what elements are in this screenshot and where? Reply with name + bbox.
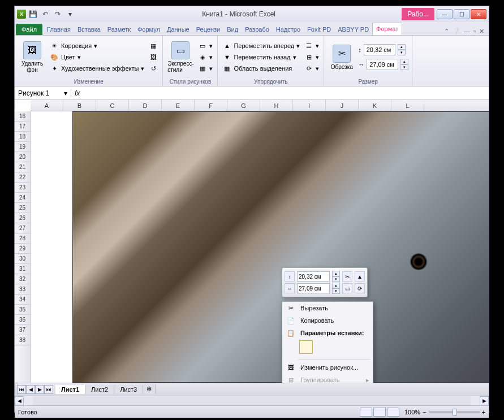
remove-background-button[interactable]: 🖼 Удалить фон	[18, 40, 46, 74]
col-header[interactable]: G	[227, 100, 260, 111]
row-header[interactable]: 26	[15, 213, 30, 223]
col-header[interactable]: E	[162, 100, 195, 111]
shape-height-input[interactable]	[364, 44, 395, 55]
window-restore-icon[interactable]: ▫	[473, 28, 476, 35]
row-header[interactable]: 16	[15, 111, 30, 122]
row-header[interactable]: 28	[15, 233, 30, 244]
tab-nav-first[interactable]: ⏮	[17, 385, 26, 394]
color-button[interactable]: 🎨Цвет ▾	[49, 52, 145, 62]
row-header[interactable]: 25	[15, 203, 30, 213]
menu-cut[interactable]: ✂Вырезать	[282, 302, 373, 314]
tab-data[interactable]: Данные	[163, 24, 193, 35]
align-button[interactable]: ☰▾	[303, 41, 320, 51]
row-header[interactable]: 35	[15, 305, 30, 315]
tab-addins[interactable]: Надстро	[273, 24, 304, 35]
tab-foxit[interactable]: Foxit PD	[304, 24, 334, 35]
tab-review[interactable]: Рецензи	[193, 24, 224, 35]
height-spinner[interactable]: ▴▾	[398, 44, 406, 55]
tab-insert[interactable]: Вставка	[74, 24, 104, 35]
tab-nav-next[interactable]: ▶	[35, 385, 44, 394]
menu-change-picture[interactable]: 🖼Изменить рисунок...	[282, 361, 373, 374]
scroll-left-icon[interactable]: ◀	[15, 396, 24, 405]
qat-dropdown-icon[interactable]: ▾	[64, 8, 76, 20]
minimize-button[interactable]: —	[437, 9, 453, 19]
picture-styles-button[interactable]: ▭ Экспресс-стили	[166, 40, 195, 74]
mini-height-input[interactable]	[297, 271, 330, 282]
crop-button[interactable]: ✂ Обрезка	[328, 44, 356, 71]
horizontal-scrollbar[interactable]: ◀ ▶	[15, 395, 489, 405]
name-box[interactable]: Рисунок 1 ▾	[15, 89, 71, 97]
formula-input[interactable]	[83, 89, 366, 97]
save-icon[interactable]: 💾	[27, 8, 38, 20]
view-page-layout-button[interactable]	[373, 408, 386, 417]
bring-forward-icon[interactable]: ▲	[355, 271, 365, 282]
redo-icon[interactable]: ↷	[52, 8, 63, 20]
picture-effects-button[interactable]: ◈▾	[197, 52, 214, 62]
maximize-button[interactable]: ☐	[454, 9, 469, 19]
row-header[interactable]: 22	[15, 172, 30, 183]
menu-copy[interactable]: 📄Копировать	[282, 314, 373, 327]
mini-width-spinner[interactable]: ▴▾	[332, 283, 340, 294]
undo-icon[interactable]: ↶	[40, 8, 51, 20]
width-spinner[interactable]: ▴▾	[400, 59, 408, 70]
col-header[interactable]: D	[129, 100, 162, 111]
change-picture-button[interactable]: 🖼	[148, 52, 159, 62]
col-header[interactable]: H	[260, 100, 293, 111]
sheet-tab-2[interactable]: Лист2	[85, 385, 114, 394]
col-header[interactable]: I	[293, 100, 326, 111]
crop-icon[interactable]: ✂	[342, 271, 352, 282]
view-normal-button[interactable]	[360, 408, 372, 417]
row-header[interactable]: 19	[15, 142, 30, 152]
cells-area[interactable]: ↕ ▴▾ ✂ ▲ ↔ ▴▾ ▭ ⟳ ✂Вырезать	[31, 111, 489, 383]
col-header[interactable]: C	[96, 100, 129, 111]
compress-pictures-button[interactable]: ▦	[148, 41, 159, 51]
group-button[interactable]: ⊞▾	[303, 52, 320, 62]
bring-forward-button[interactable]: ▲Переместить вперед ▾	[221, 41, 301, 51]
row-header[interactable]: 34	[15, 295, 30, 305]
tab-nav-prev[interactable]: ◀	[26, 385, 35, 394]
paste-option-button[interactable]	[299, 340, 313, 354]
tab-formulas[interactable]: Формул	[134, 24, 163, 35]
tab-format[interactable]: Формат	[372, 23, 402, 35]
row-header[interactable]: 20	[15, 152, 30, 162]
zoom-out-button[interactable]: −	[423, 409, 426, 415]
tab-developer[interactable]: Разрабо	[242, 24, 273, 35]
row-header[interactable]: 24	[15, 193, 30, 203]
window-minimize-icon[interactable]: —	[464, 28, 470, 35]
sheet-tab-1[interactable]: Лист1	[55, 385, 85, 394]
col-header[interactable]: A	[31, 100, 63, 111]
artistic-effects-button[interactable]: ✦Художественные эффекты ▾	[49, 63, 145, 73]
fx-icon[interactable]: fx	[75, 89, 80, 97]
col-header[interactable]: L	[391, 100, 424, 111]
view-page-break-button[interactable]	[387, 408, 399, 417]
tab-file[interactable]: Файл	[16, 24, 42, 35]
tab-home[interactable]: Главная	[44, 24, 74, 35]
name-box-dropdown-icon[interactable]: ▾	[64, 89, 67, 97]
picture-border-button[interactable]: ▭▾	[197, 41, 214, 51]
row-header[interactable]: 36	[15, 315, 30, 325]
row-header[interactable]: 21	[15, 162, 30, 172]
row-header[interactable]: 29	[15, 244, 30, 254]
zoom-in-button[interactable]: +	[482, 409, 485, 415]
rotate-icon[interactable]: ⟳	[355, 283, 365, 293]
new-sheet-button[interactable]: ✻	[143, 384, 156, 394]
reset-picture-button[interactable]: ↺	[148, 63, 159, 73]
row-header[interactable]: 27	[15, 223, 30, 233]
minimize-ribbon-icon[interactable]: ⌃	[444, 28, 449, 35]
zoom-level[interactable]: 100%	[404, 409, 420, 415]
row-header[interactable]: 31	[15, 264, 30, 274]
tab-page-layout[interactable]: Разметк	[104, 24, 134, 35]
close-button[interactable]: ✕	[471, 9, 486, 19]
window-close-icon[interactable]: ✕	[479, 28, 484, 35]
row-header[interactable]: 37	[15, 325, 30, 335]
col-header[interactable]: K	[359, 100, 391, 111]
row-header[interactable]: 30	[15, 254, 30, 264]
row-header[interactable]: 32	[15, 274, 30, 284]
tab-nav-last[interactable]: ⏭	[44, 385, 53, 394]
zoom-slider[interactable]	[429, 411, 480, 413]
corrections-button[interactable]: ☀Коррекция ▾	[49, 41, 145, 51]
col-header[interactable]: J	[326, 100, 359, 111]
tab-abbyy[interactable]: ABBYY PD	[334, 24, 372, 35]
row-header[interactable]: 33	[15, 284, 30, 295]
send-backward-button[interactable]: ▼Переместить назад ▾	[221, 52, 301, 62]
